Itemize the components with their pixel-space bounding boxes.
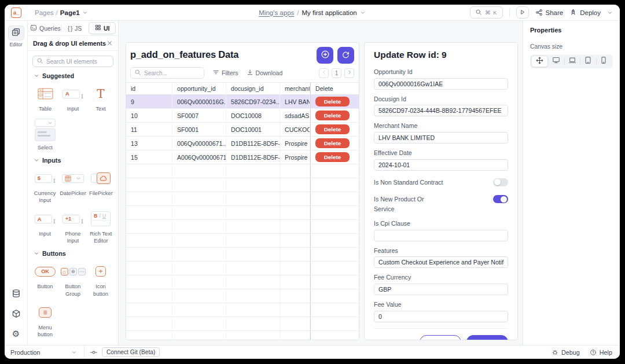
widget-card-datepicker[interactable]: DatePicker [60, 170, 86, 204]
connect-git-button[interactable]: Connect Git (Beta) [102, 347, 160, 357]
widget-card-input[interactable]: AIInput [32, 210, 57, 244]
libraries-icon[interactable] [12, 309, 21, 321]
app-breadcrumb[interactable]: Ming's apps / My first application [259, 9, 365, 16]
canvas-size-desktop[interactable] [548, 56, 564, 67]
close-icon[interactable] [106, 40, 113, 46]
table-row[interactable]: 15A006Qv00000671...D1DB112E-8D5F-...Pros… [126, 150, 359, 164]
workspace-name[interactable]: Ming's apps [259, 9, 294, 16]
column-header-delete[interactable]: Delete [310, 83, 359, 94]
environment-select[interactable]: Production [5, 345, 84, 359]
datasources-icon[interactable] [12, 289, 21, 300]
widget-card-table[interactable]: Table [32, 85, 58, 112]
delete-row-button[interactable]: Delete [315, 152, 350, 162]
w-datepicker-icon [62, 170, 84, 187]
chevron-right-icon [347, 69, 352, 76]
widget-card-label: Table [39, 105, 52, 112]
fee-value-input[interactable] [374, 311, 508, 322]
widget-card-label: Input [39, 230, 51, 237]
tab-js[interactable]: { }JS [62, 22, 88, 34]
empty-table-row [126, 331, 359, 340]
app-logo[interactable]: a_ [5, 5, 28, 21]
rail-item-editor[interactable]: Editor [8, 25, 24, 47]
widget-card-input[interactable]: AIInput [60, 85, 86, 112]
application-name[interactable]: My first application [302, 9, 356, 16]
table-search[interactable] [130, 67, 204, 79]
settings-gear-icon[interactable]: ⚙ [12, 329, 20, 338]
table-row[interactable]: 9006Qv0000016G...5826CD97-0234...LHV BAN… [126, 95, 359, 109]
deploy-menu-chevron-icon[interactable] [607, 10, 613, 16]
w-input-icon: AI [62, 85, 83, 102]
widget-card-rich-text-editor[interactable]: B/URich Text Editor [89, 210, 113, 244]
column-header-merchant_name[interactable]: merchant_name [280, 83, 310, 94]
table-row[interactable]: 13006Qv00000671...D1DB112E-8D5F-...Prosp… [126, 137, 359, 150]
download-button[interactable]: Download [247, 69, 283, 77]
tab-queries[interactable]: Queries [30, 22, 61, 34]
column-header-id[interactable]: id [126, 83, 172, 94]
section-header-buttons[interactable]: Buttons [34, 250, 113, 257]
table-row[interactable]: 10SF0007DOC10008sdsadASDelete [126, 109, 359, 123]
features-input[interactable] [374, 256, 508, 268]
filters-button[interactable]: Filters [212, 69, 238, 77]
tab-ui[interactable]: UI [89, 22, 116, 34]
empty-table-row [126, 262, 359, 275]
w-select-icon [35, 119, 56, 141]
page-prev-button[interactable] [319, 68, 329, 78]
widget-card-button[interactable]: OKButton [32, 263, 58, 297]
widget-card-currency-input[interactable]: $ICurrency Input [32, 170, 57, 204]
widget-card-menu-button[interactable]: ≡Menu button [32, 304, 58, 338]
canvas-size-fluid[interactable] [531, 56, 548, 67]
table-cell: 006Qv0000016G... [172, 95, 226, 108]
omnibar-search[interactable]: ⌘ K [470, 6, 502, 19]
breadcrumb-pages: Pages [35, 9, 54, 16]
refresh-button[interactable] [337, 47, 354, 64]
column-header-opportunity_id[interactable]: opportunity_id [172, 83, 226, 94]
table-widget[interactable]: p_add_on_features Data Filters Downlo [126, 42, 359, 340]
deploy-button[interactable]: Deploy [569, 9, 601, 16]
add-row-button[interactable] [317, 47, 333, 64]
widget-card-label: Icon button [88, 283, 113, 297]
table-row[interactable]: 11SF0001DOC10001CUCKOODelete [126, 123, 359, 137]
delete-row-button[interactable]: Delete [315, 97, 350, 106]
page-number[interactable]: 1 [332, 68, 341, 78]
page-next-button[interactable] [344, 68, 354, 78]
canvas[interactable]: p_add_on_features Data Filters Downlo [119, 21, 523, 345]
merchant-name-input[interactable] [374, 132, 508, 144]
update-button[interactable]: Update [466, 335, 508, 340]
is-non-standard-contract-toggle[interactable] [493, 178, 508, 186]
widget-card-button-group[interactable]: ⌂⊕⋯Button Group [60, 263, 86, 297]
opportunity-id-input[interactable] [374, 78, 508, 90]
queries-icon [30, 24, 37, 32]
docusign-id-input[interactable] [374, 105, 508, 116]
section-header-suggested[interactable]: Suggested [34, 72, 113, 79]
debug-button[interactable]: Debug [552, 349, 580, 356]
canvas-size-laptop[interactable] [564, 56, 580, 67]
widget-card-phone-input[interactable]: +1IPhone Input [60, 210, 86, 244]
help-button[interactable]: Help [590, 349, 612, 356]
section-header-inputs[interactable]: Inputs [34, 157, 113, 164]
effective-date-input[interactable] [374, 159, 508, 171]
fee-currency-input[interactable] [374, 284, 508, 295]
is-new-product-or-service-toggle[interactable] [493, 195, 508, 203]
widget-card-icon-button[interactable]: +Icon button [88, 263, 113, 297]
preview-button[interactable] [516, 6, 529, 19]
delete-row-button[interactable]: Delete [315, 111, 350, 120]
reset-button[interactable]: Reset [420, 335, 461, 340]
column-header-docusign_id[interactable]: docusign_id [226, 83, 280, 94]
chevron-down-icon [34, 251, 39, 256]
canvas-size-phone[interactable] [596, 56, 612, 67]
delete-row-button[interactable]: Delete [315, 124, 350, 134]
empty-table-row [126, 178, 359, 192]
canvas-size-tablet[interactable] [580, 56, 595, 67]
widget-search[interactable] [32, 56, 113, 67]
delete-row-button[interactable]: Delete [315, 138, 350, 148]
widget-card-text[interactable]: TText [88, 85, 113, 112]
is-cpi-clause-input[interactable] [374, 230, 508, 241]
widget-card-select[interactable]: Select [32, 119, 58, 151]
table-search-input[interactable] [144, 70, 200, 76]
breadcrumb-slash: / [56, 9, 58, 16]
widget-search-input[interactable] [46, 58, 109, 65]
share-button[interactable]: Share [535, 9, 564, 16]
widget-card-filepicker[interactable]: FilePicker [89, 170, 113, 204]
breadcrumb[interactable]: Pages / Page1 [35, 9, 88, 16]
table-cell: Prospire [280, 137, 310, 150]
